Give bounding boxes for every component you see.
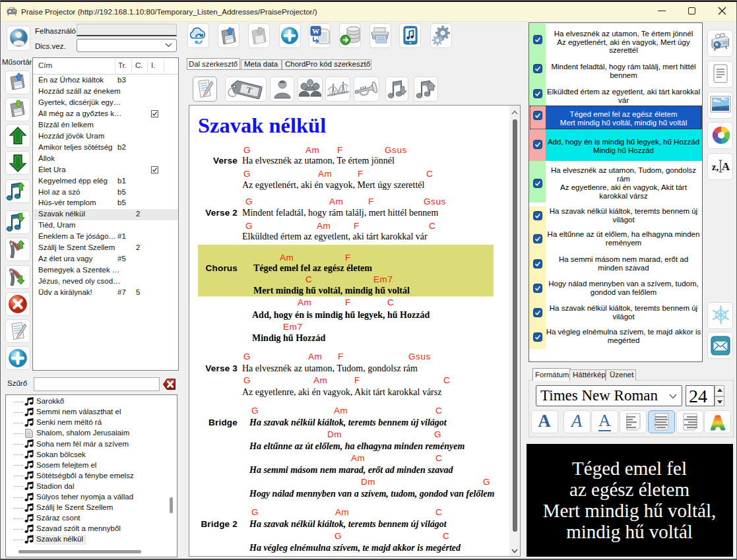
svg-text:Ha eltűnne az út előlem, ha el: Ha eltűnne az út előlem, ha elhagyna min… — [548, 230, 700, 238]
svg-text:F: F — [358, 169, 364, 179]
svg-text:F: F — [354, 375, 360, 385]
svg-text:F: F — [345, 253, 351, 263]
svg-text:Gsus: Gsus — [424, 197, 446, 206]
svg-text:F: F — [337, 145, 343, 155]
svg-text:C: C — [435, 507, 442, 517]
svg-text:Am: Am — [305, 145, 319, 155]
svg-text:Am: Am — [280, 253, 294, 263]
svg-text:G: G — [434, 429, 441, 439]
svg-text:Az egyetlenért, aki én vagyok,: Az egyetlenért, aki én vagyok, Mert úgy … — [242, 180, 425, 190]
svg-text:G: G — [243, 352, 251, 361]
svg-text:Az egyetlenre, aki én vagyok,: Az egyetlenre, aki én vagyok, Akit tárt — [560, 183, 688, 191]
svg-text:megérted: megérted — [608, 336, 640, 344]
svg-text:Ha elvesznék az utamon, Tudom,: Ha elvesznék az utamon, Tudom, gondolsz — [551, 166, 696, 174]
svg-text:Téged emel fel az egész életem: Téged emel fel az egész életem — [569, 110, 677, 118]
svg-text:Mindig hű Hozzád: Mindig hű Hozzád — [593, 146, 654, 154]
svg-text:A: A — [722, 160, 730, 173]
svg-text:Téged emel fel: Téged emel fel — [572, 458, 687, 479]
svg-text:Ha semmi másom nem marad, erőt: Ha semmi másom nem marad, erőt ad minden… — [249, 465, 453, 475]
svg-text:bennem: bennem — [610, 71, 637, 79]
svg-text:Mert mindig hű voltál, mindig: Mert mindig hű voltál, mindig hű voltál — [253, 286, 410, 296]
svg-text:C: C — [426, 169, 433, 179]
svg-text:Ha szavak nélkül kiáltok, tere: Ha szavak nélkül kiáltok, teremts bennem… — [249, 519, 447, 529]
svg-text:Bridge: Bridge — [208, 418, 238, 427]
svg-text:C: C — [387, 297, 394, 307]
svg-text:Mindent feladtál, hogy rám tal: Mindent feladtál, hogy rám találj, mert … — [242, 208, 439, 218]
svg-text:Verse 3: Verse 3 — [205, 363, 238, 373]
svg-text:karokkal vársz: karokkal vársz — [599, 192, 648, 200]
svg-text:Az egyetlenre, aki én vagyok,: Az egyetlenre, aki én vagyok, Akit tárt … — [242, 387, 441, 397]
svg-text:Am: Am — [318, 169, 332, 179]
svg-text:C: C — [305, 274, 312, 284]
svg-text:G: G — [251, 507, 259, 517]
svg-text:Ha végleg elnémulna szívem, te: Ha végleg elnémulna szívem, te majd akko… — [249, 543, 461, 553]
svg-text:G: G — [245, 197, 253, 206]
svg-text:G: G — [243, 169, 251, 179]
svg-text:Az egyetlenért, aki én vagyok,: Az egyetlenért, aki én vagyok, Mert úgy — [557, 38, 690, 46]
svg-text:Em7: Em7 — [283, 322, 303, 332]
svg-text:Am: Am — [298, 297, 311, 307]
svg-text:Ha elvesznék az utamon, Te ért: Ha elvesznék az utamon, Te értem jönnél — [242, 156, 395, 166]
svg-text:G: G — [243, 145, 251, 155]
svg-text:Am: Am — [351, 453, 365, 463]
svg-text:rám: rám — [617, 175, 630, 183]
svg-text:Add, hogy én is mindig hű legy: Add, hogy én is mindig hű legyek, hű Hoz… — [548, 138, 699, 146]
svg-text:Am: Am — [334, 406, 348, 416]
svg-text:C: C — [435, 453, 442, 463]
svg-text:az egész életem: az egész életem — [569, 479, 689, 500]
svg-text:Am: Am — [317, 221, 331, 231]
svg-text:Chorus: Chorus — [206, 263, 238, 273]
svg-text:mindig hű voltál: mindig hű voltál — [566, 521, 693, 542]
svg-text:F: F — [338, 352, 344, 361]
svg-text:Ha elvesznék az utamon, Te ért: Ha elvesznék az utamon, Te értem jönnél — [554, 30, 693, 38]
svg-text:Ha szavak nélkül kiáltok, tere: Ha szavak nélkül kiáltok, teremts bennem… — [249, 418, 447, 427]
svg-text:Am: Am — [313, 375, 327, 385]
svg-text:F: F — [345, 297, 351, 307]
svg-text:G: G — [483, 477, 490, 487]
svg-text:C: C — [443, 375, 450, 385]
svg-text:Elküldted értem az egyetlent,: Elküldted értem az egyetlent, aki tárt k… — [547, 88, 700, 96]
svg-text:C: C — [435, 406, 442, 416]
svg-text:G: G — [335, 531, 342, 541]
svg-text:G: G — [243, 375, 251, 385]
svg-text:Verse: Verse — [213, 156, 238, 166]
svg-text:Ha szavak nélkül kiáltok, tere: Ha szavak nélkül kiáltok, teremts bennem… — [550, 304, 697, 312]
svg-text:reményem: reményem — [606, 239, 641, 247]
svg-text:Gsus: Gsus — [385, 145, 407, 155]
svg-text:Gsus: Gsus — [408, 352, 431, 361]
svg-text:Szavak nélkül: Szavak nélkül — [198, 113, 326, 137]
svg-text:gondod van felőlem: gondod van felőlem — [591, 288, 657, 296]
svg-text:minden szavad: minden szavad — [598, 264, 649, 272]
svg-text:Ha végleg elnémulna szívem, te: Ha végleg elnémulna szívem, te majd akko… — [546, 328, 701, 336]
svg-text:Mindent feladtál, hogy rám tal: Mindent feladtál, hogy rám találj, mert … — [551, 63, 695, 71]
svg-text:Elküldted értem az egyetlent,: Elküldted értem az egyetlent, aki tárt k… — [242, 232, 428, 241]
svg-text:Hogy nálad mennyben van a szív: Hogy nálad mennyben van a szívem, tudom, — [548, 280, 699, 288]
svg-text:Verse 2: Verse 2 — [205, 208, 238, 218]
svg-text:Ha semmi másom nem marad, erőt: Ha semmi másom nem marad, erőt ad — [559, 255, 688, 263]
svg-text:Ha elvesznék az utamon, Tudom,: Ha elvesznék az utamon, Tudom, gondolsz … — [242, 363, 418, 373]
svg-text:Mindig hű Hozzád: Mindig hű Hozzád — [252, 333, 325, 343]
svg-text:F: F — [354, 221, 360, 231]
svg-text:világot: világot — [612, 216, 635, 224]
svg-text:Téged emel fel az egész életem: Téged emel fel az egész életem — [253, 263, 372, 273]
svg-text:Ha eltűnne az út előlem, ha el: Ha eltűnne az út előlem, ha elhagyna min… — [249, 441, 465, 451]
svg-text:Dm: Dm — [327, 429, 342, 439]
svg-text:Am: Am — [308, 352, 322, 361]
svg-text:G: G — [245, 221, 253, 231]
svg-text:Hogy nálad mennyben van a szív: Hogy nálad mennyben van a szívem, tudom,… — [249, 489, 494, 499]
svg-text:szerettél: szerettél — [609, 46, 637, 54]
svg-text:világot: világot — [612, 313, 635, 321]
svg-text:G: G — [251, 406, 259, 416]
svg-text:vár: vár — [618, 96, 629, 104]
svg-text:W: W — [312, 27, 319, 35]
svg-text:Bridge 2: Bridge 2 — [201, 519, 238, 529]
svg-text:Mert mindig hű voltál,: Mert mindig hű voltál, — [543, 500, 717, 521]
svg-text:Ha szavak nélkül kiáltok, tere: Ha szavak nélkül kiáltok, teremts bennem… — [550, 207, 697, 215]
svg-text:Dm: Dm — [361, 477, 375, 487]
svg-text:C: C — [443, 531, 449, 541]
svg-text:Add, hogy én is mindig hű legy: Add, hogy én is mindig hű legyek, hű Hoz… — [252, 310, 430, 320]
svg-text:Am: Am — [329, 197, 343, 206]
svg-text:F: F — [368, 197, 374, 206]
svg-text:C: C — [429, 221, 435, 231]
svg-text:Am: Am — [335, 507, 349, 517]
